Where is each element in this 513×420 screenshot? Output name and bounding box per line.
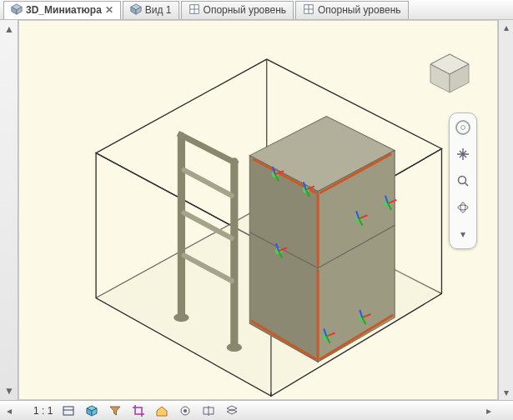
svg-rect-74 [63,407,73,415]
steering-wheel-icon[interactable] [454,118,472,137]
pan-icon[interactable] [454,145,472,163]
tab-view-1[interactable]: Вид 1 [123,1,179,19]
display-model-icon[interactable] [61,403,76,418]
scroll-up-icon[interactable]: ▴ [500,22,512,33]
tab-label: Опорный уровень [318,4,400,16]
filter-icon[interactable] [108,403,123,418]
svg-point-80 [184,409,187,412]
scroll-left-icon[interactable]: ◂ [3,405,15,417]
svg-line-71 [465,183,469,187]
tab-3d-miniature[interactable]: 3D_Миниатюра ✕ [3,1,121,19]
svg-point-73 [460,202,465,212]
orbit-icon[interactable] [454,198,472,217]
tab-label: Вид 1 [145,4,172,16]
svg-marker-84 [227,409,237,414]
scroll-down-icon[interactable]: ▾ [500,387,512,398]
box-icon[interactable] [84,403,99,418]
scroll-down-icon[interactable]: ▼ [3,385,15,397]
scale-readout[interactable]: 1 : 1 [33,405,53,417]
view-tabs: 3D_Миниатюра ✕ Вид 1 Опорный уровень Опо… [0,0,513,20]
tab-label: Опорный уровень [204,4,286,16]
crop-icon[interactable] [131,403,146,418]
content-area: ▲ ▼ [0,20,513,400]
svg-point-25 [227,343,242,352]
chevron-down-icon[interactable]: ▾ [454,225,472,243]
section-icon[interactable] [201,403,216,418]
cube-icon [11,3,23,18]
svg-point-70 [459,177,466,184]
tab-label: 3D_Миниатюра [26,4,102,16]
tab-ref-level-2[interactable]: Опорный уровень [295,1,408,19]
tab-ref-level-1[interactable]: Опорный уровень [181,1,294,19]
cube-icon [130,3,142,18]
layers-icon[interactable] [224,403,239,418]
3d-viewport[interactable]: ▾ [18,20,498,400]
home-icon[interactable] [154,403,169,418]
zoom-extents-icon[interactable] [454,172,472,190]
left-scroll-gutter: ▲ ▼ [0,20,18,400]
scroll-right-icon[interactable]: ▸ [483,405,495,417]
svg-marker-83 [227,406,237,411]
close-icon[interactable]: ✕ [105,4,113,16]
plan-icon [189,3,200,18]
scroll-up-icon[interactable]: ▲ [3,23,15,35]
svg-point-24 [174,313,189,322]
vertical-scrollbar[interactable]: ▴ ▾ [498,20,513,400]
reveal-icon[interactable] [178,403,193,418]
navigation-panel: ▾ [449,112,477,249]
equipment-block [249,117,396,362]
view-cube[interactable] [427,51,472,96]
svg-point-72 [458,205,468,210]
plan-icon [303,3,314,18]
view-control-bar: 1 : 1 [0,400,513,420]
3d-scene [19,21,497,400]
